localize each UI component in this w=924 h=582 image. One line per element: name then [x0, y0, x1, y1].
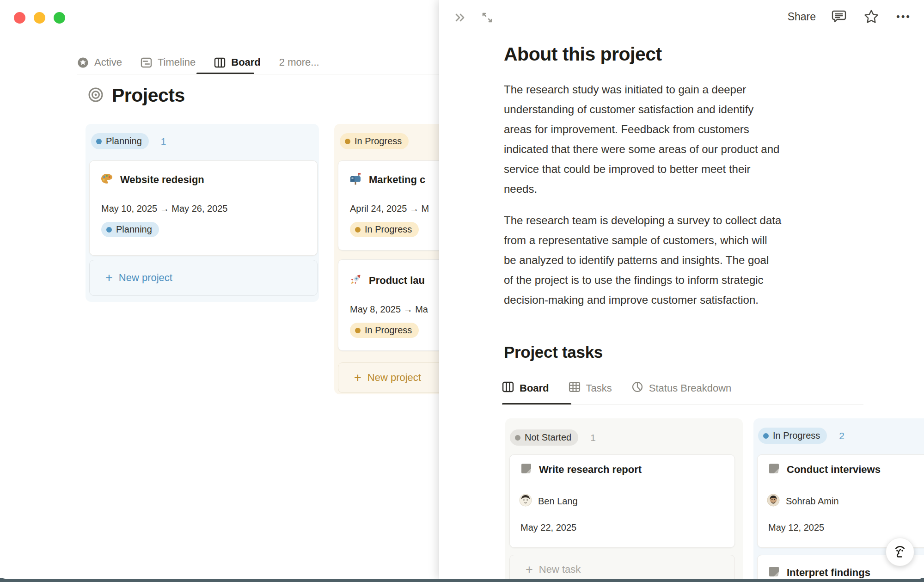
new-task-button[interactable]: + New task [509, 555, 735, 579]
tasks-view-tabs: Board Tasks Status Breakdown [502, 381, 751, 396]
project-card-product-launch[interactable]: Product lau May 8, 2025 → Ma In Progress [338, 259, 439, 351]
tab-active[interactable]: Active [77, 56, 122, 68]
tab-timeline[interactable]: Timeline [141, 56, 196, 68]
status-dot [515, 435, 520, 441]
about-paragraph-2: The research team is developing a survey… [504, 210, 887, 310]
share-button[interactable]: Share [788, 11, 816, 23]
card-date-range: May 10, 2025 → May 26, 2025 [101, 203, 228, 214]
page-icon [768, 462, 780, 477]
plus-icon: + [105, 272, 113, 284]
card-due-date: May 22, 2025 [520, 522, 576, 533]
ai-assistant-button[interactable] [886, 538, 914, 566]
status-dot [96, 139, 102, 144]
ellipsis-icon: ••• [896, 11, 911, 23]
plus-icon: + [526, 564, 533, 576]
column-planning: Planning 1 Website redesign May 10, 2025… [86, 124, 319, 302]
project-card-website-redesign[interactable]: Website redesign May 10, 2025 → May 26, … [89, 160, 318, 256]
comment-icon [831, 9, 847, 25]
card-status-tag[interactable]: In Progress [350, 323, 419, 338]
new-project-button[interactable]: + New project [338, 362, 439, 393]
tab-tasks-table[interactable]: Tasks [569, 381, 612, 396]
status-dot [355, 227, 361, 233]
double-chevron-right-icon [453, 11, 467, 25]
new-project-button[interactable]: + New project [89, 260, 318, 296]
comments-button[interactable] [830, 7, 848, 26]
card-date-range: May 8, 2025 → Ma [350, 304, 428, 315]
palette-icon [100, 172, 114, 188]
card-status-tag[interactable]: Planning [101, 222, 159, 237]
status-dot [106, 227, 112, 233]
section-heading-about: About this project [504, 43, 662, 65]
star-icon [863, 8, 880, 25]
card-title: Interpret findings [787, 567, 870, 579]
tabs-divider [77, 74, 439, 74]
tab-label: Active [94, 56, 122, 68]
tab-status-breakdown[interactable]: Status Breakdown [631, 381, 732, 396]
column-count: 1 [590, 432, 596, 443]
status-pill-in-progress[interactable]: In Progress [758, 428, 827, 444]
avatar-ben-lang [519, 494, 532, 509]
task-card-write-research-report[interactable]: Write research report Ben Lang May 22, 2… [509, 454, 735, 548]
tab-more-views[interactable]: 2 more... [279, 56, 319, 68]
task-column-not-started: Not Started 1 Write research report Ben … [505, 418, 743, 579]
avatar-sohrab-amin [767, 494, 780, 509]
page-icon [520, 462, 532, 477]
status-dot [345, 139, 350, 144]
tab-label: Board [520, 382, 549, 394]
tab-label: 2 more... [279, 56, 319, 68]
tabs-divider [502, 404, 863, 405]
plus-icon: + [354, 372, 361, 384]
side-peek-panel: Share ••• About this project The researc… [439, 0, 924, 579]
app-window: Active Timeline Board 2 more... [0, 0, 924, 579]
page-title: Projects [112, 85, 185, 106]
tab-tasks-board[interactable]: Board [502, 381, 549, 396]
assignee-name: Sohrab Amin [786, 496, 839, 507]
close-peek-button[interactable] [451, 8, 470, 27]
assignee-name: Ben Lang [538, 496, 578, 507]
column-in-progress: In Progress Marketing c April 24, 2025 →… [334, 124, 439, 394]
mailbox-icon [349, 172, 362, 188]
board-icon [502, 381, 514, 396]
tab-board[interactable]: Board [214, 56, 261, 68]
more-options-button[interactable]: ••• [894, 7, 913, 26]
target-page-icon[interactable] [88, 87, 104, 104]
project-card-marketing[interactable]: Marketing c April 24, 2025 → M In Progre… [338, 160, 439, 251]
expand-page-button[interactable] [478, 8, 496, 27]
card-date-range: April 24, 2025 → M [350, 203, 429, 214]
tab-label: Board [231, 56, 261, 68]
status-dot [763, 433, 769, 439]
column-count: 1 [161, 136, 166, 147]
ai-face-icon [891, 543, 909, 561]
card-title: Product lau [369, 275, 425, 287]
expand-diagonal-icon [480, 11, 494, 25]
timeline-icon [141, 57, 152, 68]
card-title: Marketing c [369, 174, 425, 186]
column-count: 2 [839, 430, 844, 441]
star-circle-icon [77, 57, 89, 68]
card-title: Conduct interviews [787, 464, 881, 476]
status-pill-not-started[interactable]: Not Started [510, 429, 578, 446]
task-card-conduct-interviews[interactable]: Conduct interviews Sohrab Amin May 12, 2… [757, 454, 924, 548]
status-dot [355, 328, 361, 333]
pie-chart-icon [631, 381, 643, 396]
tab-label: Status Breakdown [649, 382, 732, 394]
page-icon [768, 565, 780, 579]
tab-label: Timeline [158, 56, 196, 68]
tab-label: Tasks [586, 382, 612, 394]
card-status-tag[interactable]: In Progress [350, 222, 419, 237]
board-icon [214, 57, 226, 68]
card-title: Website redesign [120, 174, 204, 186]
about-paragraph-1: The research study was initiated to gain… [504, 80, 887, 199]
projects-page: Active Timeline Board 2 more... [0, 0, 439, 579]
status-pill-planning[interactable]: Planning [91, 133, 149, 149]
section-heading-tasks: Project tasks [504, 343, 603, 361]
view-tabs: Active Timeline Board 2 more... [77, 52, 338, 73]
rocket-icon [349, 273, 362, 288]
card-title: Write research report [539, 464, 642, 476]
card-due-date: May 12, 2025 [768, 522, 824, 533]
table-icon [569, 381, 581, 396]
favorite-button[interactable] [862, 7, 881, 26]
status-pill-in-progress[interactable]: In Progress [340, 133, 409, 149]
